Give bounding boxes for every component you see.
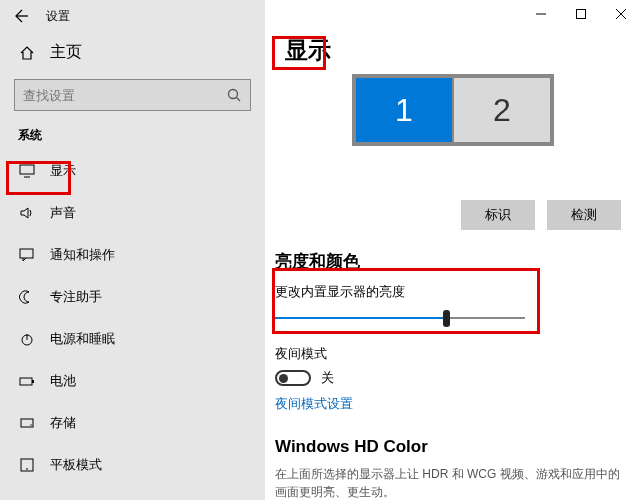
svg-point-0 <box>229 90 238 99</box>
nav-label: 声音 <box>50 204 76 222</box>
night-mode-settings-link[interactable]: 夜间模式设置 <box>275 395 641 413</box>
nav-storage[interactable]: 存储 <box>0 402 265 444</box>
close-button[interactable] <box>601 0 641 28</box>
sidebar: 设置 主页 系统 显示 声音 通知和操作 专注助手 电源和睡眠 <box>0 0 265 500</box>
svg-rect-5 <box>32 380 34 383</box>
monitor-icon <box>18 164 36 178</box>
nav-label: 存储 <box>50 414 76 432</box>
section-hdcolor-title: Windows HD Color <box>275 437 641 457</box>
battery-icon <box>18 374 36 388</box>
svg-point-7 <box>30 424 31 425</box>
monitor-arrangement[interactable]: 1 2 <box>265 66 641 186</box>
identify-button[interactable]: 标识 <box>461 200 535 230</box>
nav-tablet[interactable]: 平板模式 <box>0 444 265 486</box>
nav-label: 显示 <box>50 162 76 180</box>
nav-sound[interactable]: 声音 <box>0 192 265 234</box>
home-label: 主页 <box>50 42 82 63</box>
storage-icon <box>18 416 36 430</box>
nav-label: 通知和操作 <box>50 246 115 264</box>
toggle-state: 关 <box>321 369 334 387</box>
back-button[interactable] <box>10 6 30 26</box>
nav-label: 电源和睡眠 <box>50 330 115 348</box>
brightness-label: 更改内置显示器的亮度 <box>275 283 631 301</box>
category-title: 系统 <box>0 121 265 150</box>
nav-power[interactable]: 电源和睡眠 <box>0 318 265 360</box>
detect-button[interactable]: 检测 <box>547 200 621 230</box>
speaker-icon <box>18 206 36 220</box>
search-icon <box>226 87 242 103</box>
svg-rect-4 <box>20 378 32 385</box>
settings-title: 设置 <box>46 8 70 25</box>
nav-display[interactable]: 显示 <box>0 150 265 192</box>
brightness-slider[interactable] <box>275 307 525 329</box>
nav-notifications[interactable]: 通知和操作 <box>0 234 265 276</box>
search-field[interactable] <box>23 88 226 103</box>
nav-label: 电池 <box>50 372 76 390</box>
page-title: 显示 <box>285 35 331 66</box>
nav-label: 专注助手 <box>50 288 102 306</box>
svg-rect-1 <box>20 165 34 174</box>
slider-thumb[interactable] <box>443 310 450 327</box>
nav-multitask[interactable]: 多任务处理 <box>0 486 265 500</box>
nav-label: 平板模式 <box>50 456 102 474</box>
svg-rect-2 <box>20 249 33 258</box>
hdcolor-desc: 在上面所选择的显示器上让 HDR 和 WCG 视频、游戏和应用中的画面更明亮、更… <box>275 465 631 500</box>
search-input[interactable] <box>14 79 251 111</box>
home-icon <box>18 45 36 61</box>
tablet-icon <box>18 458 36 472</box>
nav-focus[interactable]: 专注助手 <box>0 276 265 318</box>
svg-rect-6 <box>21 419 33 427</box>
power-icon <box>18 332 36 346</box>
home-nav[interactable]: 主页 <box>0 30 265 75</box>
maximize-button[interactable] <box>561 0 601 28</box>
section-brightness-title: 亮度和颜色 <box>275 250 641 273</box>
message-icon <box>18 248 36 262</box>
moon-icon <box>18 290 36 304</box>
main-content: 显示 1 2 标识 检测 亮度和颜色 更改内置显示器的亮度 夜间模式 关 夜间模… <box>265 0 641 500</box>
nav-battery[interactable]: 电池 <box>0 360 265 402</box>
night-mode-label: 夜间模式 <box>275 345 631 363</box>
night-mode-toggle[interactable] <box>275 370 311 386</box>
monitor-2[interactable]: 2 <box>452 76 552 144</box>
minimize-button[interactable] <box>521 0 561 28</box>
monitor-1[interactable]: 1 <box>354 76 454 144</box>
svg-rect-12 <box>577 10 586 19</box>
